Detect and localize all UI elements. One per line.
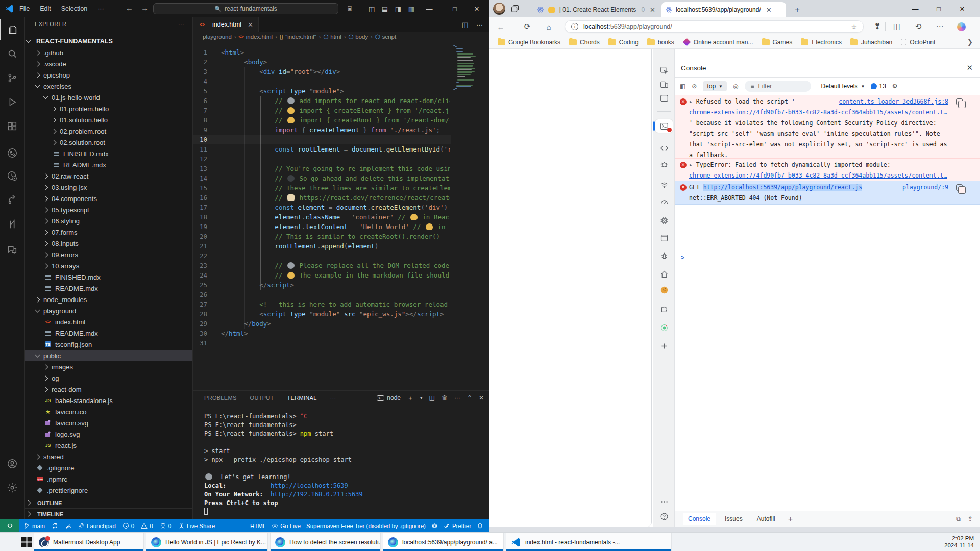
tab-close-icon[interactable]: ✕	[766, 6, 772, 14]
file-FINISHED.mdx[interactable]: FINISHED.mdx	[24, 148, 192, 159]
tab-close-icon[interactable]: ✕	[248, 21, 253, 29]
application-icon[interactable]	[655, 231, 673, 244]
panel-tab-problems[interactable]: PROBLEMS	[204, 395, 237, 401]
folder-.github[interactable]: .github	[24, 47, 192, 58]
new-tab-button[interactable]: ＋	[793, 5, 801, 15]
run-debug-icon[interactable]	[0, 92, 24, 112]
more-tools-icon[interactable]	[655, 495, 673, 508]
console-message-2[interactable]: ▸ TypeError: Failed to fetch dynamically…	[675, 159, 980, 181]
tab-index-html[interactable]: <> index.html ✕	[193, 17, 259, 32]
split-screen-icon[interactable]: ◫	[891, 21, 902, 32]
memory-icon[interactable]	[655, 214, 673, 227]
taskbar-button-2[interactable]: Hello World in JS | Epic React by K...	[146, 533, 268, 551]
code-line[interactable]: // These three lines are similar to crea…	[221, 183, 450, 193]
status-launchpad[interactable]: Launchpad	[78, 522, 116, 529]
start-button[interactable]	[21, 537, 32, 547]
code-line[interactable]: const element = document.createElement('…	[221, 203, 448, 212]
folder-03.using-jsx[interactable]: 03.using-jsx	[24, 182, 192, 193]
maximize-button[interactable]: □	[927, 0, 950, 17]
code-line[interactable]: // Please replace all the DOM-related co…	[221, 261, 450, 270]
back-arrow-icon[interactable]: ←	[126, 4, 133, 12]
explorer-more-icon[interactable]: ···	[178, 21, 184, 27]
panel-tabs-more-icon[interactable]: ···	[330, 395, 336, 401]
kill-terminal-icon[interactable]: 🗑	[442, 394, 448, 402]
drawer-add-icon[interactable]: ＋	[787, 514, 794, 524]
console-settings-icon[interactable]: ⚙	[892, 83, 898, 90]
console-message-count[interactable]: 13	[871, 83, 886, 90]
git-graph-icon[interactable]	[0, 143, 24, 163]
folder-shared[interactable]: shared	[24, 451, 192, 462]
back-icon[interactable]: ←	[495, 21, 506, 32]
code-line[interactable]: // The example in the markdown file shou…	[221, 270, 450, 280]
console-source-link[interactable]: content.ts-loader-3ed3668f.js:8	[839, 96, 948, 107]
files-icon[interactable]	[0, 19, 24, 40]
file-favicon.ico[interactable]: ★favicon.ico	[24, 406, 192, 417]
status-prettier[interactable]: Prettier	[444, 522, 471, 529]
code-line[interactable]: element.textContent = 'Hello World' // i…	[221, 222, 446, 232]
code-line[interactable]: </html>	[221, 329, 248, 338]
breadcrumb-5[interactable]: ⬡script	[375, 33, 397, 40]
taskbar-button-4[interactable]: localhost:5639/app/playground/ a...	[383, 533, 504, 551]
toggle-secondary-sidebar-icon[interactable]: ◨	[394, 4, 403, 13]
maximize-button[interactable]: □	[450, 4, 459, 13]
bookmark-online-account-man-[interactable]: Online account man...	[683, 39, 753, 46]
code-line[interactable]: element.className = 'container' // in Re…	[221, 212, 450, 222]
panel-close-icon[interactable]: ✕	[479, 394, 484, 402]
folder-node_modules[interactable]: node_modules	[24, 294, 192, 305]
file-index.html[interactable]: <>index.html	[24, 316, 192, 328]
performance-icon[interactable]	[655, 195, 673, 208]
folder-og[interactable]: og	[24, 372, 192, 384]
drawer-dock-icon[interactable]: ⧉	[956, 515, 961, 522]
breadcrumb-4[interactable]: ⬡body	[348, 33, 368, 40]
status-0[interactable]: 0	[141, 522, 153, 529]
code-line[interactable]: <body>	[221, 57, 267, 67]
folder-10.arrays[interactable]: 10.arrays	[24, 260, 192, 271]
bookmark-octoprint[interactable]: OctoPrint	[901, 39, 935, 46]
code-line[interactable]: // import { createRoot } from '/react-do…	[221, 115, 450, 125]
explorer-root-folder[interactable]: REACT-FUNDAMENTALS	[24, 36, 192, 47]
terminal-output[interactable]: PS E:\react-fundamentals> ^CPS E:\react-…	[204, 412, 363, 516]
context-selector[interactable]: top▼	[703, 81, 727, 91]
code-line[interactable]: </body>	[221, 319, 271, 329]
breadcrumb-2[interactable]: {}"index.html"	[280, 34, 316, 40]
lighthouse-icon[interactable]	[655, 248, 673, 262]
folder-05.typescript[interactable]: 05.typescript	[24, 204, 192, 215]
account-icon[interactable]	[0, 454, 24, 474]
file-README.mdx[interactable]: README.mdx	[24, 159, 192, 170]
bookmark-games[interactable]: Games	[762, 39, 793, 46]
source-control-icon[interactable]	[0, 68, 24, 88]
console-link[interactable]: http://localhost:5639/app/playground/rea…	[703, 184, 863, 191]
extension-puzzle-icon[interactable]	[655, 302, 673, 315]
menu-[interactable]: ···	[97, 5, 104, 12]
bookmark-chords[interactable]: Chords	[569, 39, 600, 46]
code-line[interactable]: // This is similar to createRoot().rende…	[221, 232, 440, 241]
close-button[interactable]: ✕	[472, 4, 481, 13]
file-logo.svg[interactable]: logo.svg	[24, 429, 192, 440]
profile-avatar[interactable]	[493, 3, 505, 15]
taskbar-button-5[interactable]: index.html - react-fundamentals -...	[506, 533, 672, 551]
minimize-button[interactable]: —	[425, 4, 434, 13]
copilot-icon[interactable]: ⌸	[345, 4, 354, 13]
code-line[interactable]: // https://react.dev/reference/react/cre…	[221, 193, 450, 203]
panel-maximize-icon[interactable]: ⌃	[467, 394, 472, 402]
minimize-button[interactable]: —	[903, 0, 927, 17]
address-bar[interactable]: i localhost:5639/app/playground/ ☆	[565, 20, 864, 33]
folder-public[interactable]: public	[24, 350, 192, 361]
bookmark-coding[interactable]: Coding	[608, 39, 639, 46]
add-tool-icon[interactable]	[655, 339, 673, 353]
bookmark-electronics[interactable]: Electronics	[801, 39, 842, 46]
breadcrumbs[interactable]: playground›<>index.html›{}"index.html"›⬡…	[193, 32, 489, 42]
split-editor-icon[interactable]: ◫	[462, 21, 468, 29]
eye-icon[interactable]: ◎	[733, 83, 738, 90]
status-robot[interactable]	[431, 522, 438, 529]
console-sidebar-icon[interactable]: ◧	[680, 83, 685, 90]
vscode-search-box[interactable]: 🔍react-fundamentals	[153, 3, 338, 14]
code-line[interactable]: rootElement.append(element)	[221, 241, 379, 251]
taskbar-button-3[interactable]: How to detect the screen resoluti...	[270, 533, 381, 551]
favorite-star-icon[interactable]: ☆	[851, 23, 857, 31]
code-line[interactable]: <script type="module">	[221, 86, 344, 96]
folder-09.errors[interactable]: 09.errors	[24, 249, 192, 260]
status-supermaven-free-tier-disabled-[interactable]: Supermaven Free Tier (disabled by .gitig…	[306, 523, 426, 529]
folder-01.problem.hello[interactable]: 01.problem.hello	[24, 103, 192, 114]
file-favicon.svg[interactable]: favicon.svg	[24, 417, 192, 429]
